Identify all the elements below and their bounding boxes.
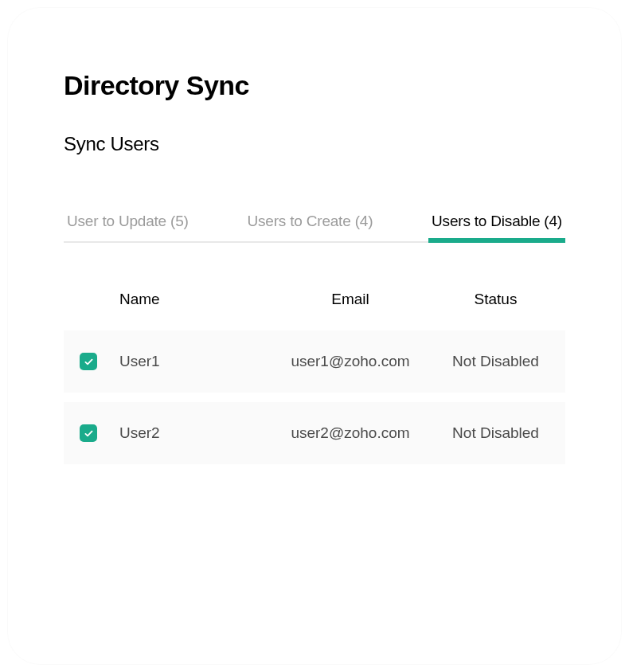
cell-name: User1 — [119, 353, 259, 370]
header-status: Status — [442, 291, 549, 308]
section-title: Sync Users — [64, 133, 565, 155]
cell-email: user2@zoho.com — [259, 424, 442, 442]
tabs-container: User to Update (5) Users to Create (4) U… — [64, 213, 565, 243]
tab-users-to-create[interactable]: Users to Create (4) — [248, 213, 373, 230]
cell-email: user1@zoho.com — [259, 353, 442, 370]
table-row: User2 user2@zoho.com Not Disabled — [64, 402, 565, 464]
row-checkbox[interactable] — [80, 424, 97, 442]
header-email: Email — [259, 291, 442, 308]
tab-indicator — [428, 238, 565, 243]
table-row: User1 user1@zoho.com Not Disabled — [64, 330, 565, 393]
checkmark-icon — [84, 357, 94, 367]
header-name: Name — [119, 291, 259, 308]
tab-user-to-update[interactable]: User to Update (5) — [67, 213, 189, 230]
page-title: Directory Sync — [64, 70, 565, 101]
tab-users-to-disable[interactable]: Users to Disable (4) — [432, 213, 562, 230]
cell-status: Not Disabled — [442, 424, 549, 442]
checkmark-icon — [84, 428, 94, 439]
cell-name: User2 — [119, 424, 259, 442]
row-checkbox[interactable] — [80, 353, 97, 370]
cell-status: Not Disabled — [442, 353, 549, 370]
table-header: Name Email Status — [64, 291, 565, 330]
main-card: Directory Sync Sync Users User to Update… — [8, 8, 621, 664]
